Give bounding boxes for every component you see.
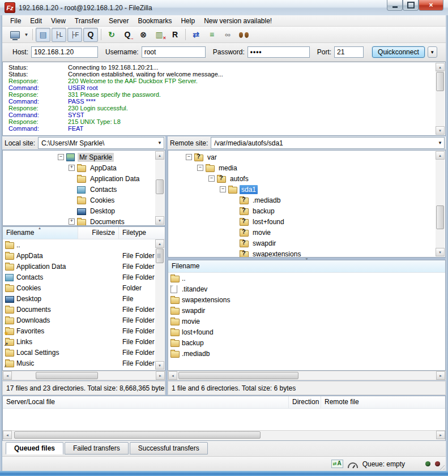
file-row-contacts[interactable]: ContactsFile Folder	[3, 272, 165, 282]
tree-item-cookies[interactable]: Cookies	[3, 195, 165, 205]
remote-site-combobox[interactable]: /var/media/autofs/sda1 ▼	[211, 137, 445, 149]
tab-failed-transfers[interactable]: Failed transfers	[65, 442, 129, 454]
file-row-backup[interactable]: backup	[168, 337, 445, 348]
file-row-lost-found[interactable]: lost+found	[168, 327, 445, 337]
tree-item-sda1[interactable]: −sda1	[168, 184, 445, 195]
chevron-down-icon[interactable]: ▼	[436, 140, 444, 145]
process-queue-button[interactable]: Q→	[120, 28, 135, 42]
file-row-swapdir[interactable]: swapdir	[168, 305, 445, 316]
file-row-documents[interactable]: DocumentsFile Folder	[3, 304, 165, 315]
collapse-icon[interactable]: −	[58, 154, 64, 160]
reconnect-button[interactable]: R	[168, 28, 182, 42]
menu-view[interactable]: View	[46, 16, 70, 26]
remote-tree-scrollbar[interactable]: ▲ ▼	[436, 151, 445, 256]
transfer-type-icon[interactable]: A	[331, 460, 343, 468]
column-header-filetype[interactable]: Filetype	[119, 227, 165, 239]
host-input[interactable]	[31, 46, 98, 58]
file-row-movie[interactable]: movie	[168, 316, 445, 327]
file-row-favorites[interactable]: ★FavoritesFile Folder	[3, 325, 165, 336]
file-row-local-settings[interactable]: Local SettingsFile Folder	[3, 347, 165, 358]
scroll-left-icon[interactable]: ◄	[3, 431, 12, 439]
scroll-up-icon[interactable]: ▲	[155, 151, 164, 160]
scroll-down-icon[interactable]: ▼	[155, 361, 164, 370]
collapse-icon[interactable]: −	[220, 186, 226, 192]
site-manager-dropdown[interactable]: ▼	[23, 28, 30, 41]
scroll-right-icon[interactable]: ►	[156, 371, 165, 380]
scroll-left-icon[interactable]: ◄	[168, 371, 177, 380]
file-row-titandev[interactable]: .titandev	[168, 284, 445, 294]
scroll-down-icon[interactable]: ▼	[436, 248, 445, 256]
close-button[interactable]: ×	[419, 0, 443, 11]
tab-queued-files[interactable]: Queued files	[6, 442, 63, 454]
queue-view-toggle[interactable]: Q	[83, 28, 98, 42]
password-input[interactable]	[248, 46, 310, 58]
scroll-left-icon[interactable]: ◄	[3, 371, 12, 380]
cancel-button[interactable]: ⊗	[136, 28, 151, 42]
quickconnect-button[interactable]: Quickconnect	[372, 46, 425, 58]
file-row-music[interactable]: ♪MusicFile Folder	[3, 358, 165, 368]
collapse-icon[interactable]: −	[186, 154, 192, 160]
menu-server[interactable]: Server	[104, 16, 133, 26]
local-tree-scrollbar[interactable]: ▲ ▼	[155, 151, 164, 225]
scrollbar-thumb[interactable]	[178, 372, 298, 379]
file-row-desktop[interactable]: DesktopFile	[3, 293, 165, 304]
disconnect-button[interactable]: ▥×	[152, 28, 167, 42]
queue-hscrollbar[interactable]: ◄ ►	[3, 430, 445, 440]
scrollbar-thumb[interactable]	[36, 372, 98, 379]
file-row-item[interactable]: ..	[168, 273, 445, 284]
collapse-icon[interactable]: −	[197, 165, 203, 171]
speed-limits-icon[interactable]	[348, 462, 358, 468]
expand-icon[interactable]: +	[69, 165, 75, 171]
tree-item-autofs[interactable]: −?autofs	[168, 173, 445, 184]
tree-item-appdata[interactable]: +AppData	[3, 162, 165, 173]
file-row-appdata[interactable]: AppDataFile Folder	[3, 250, 165, 261]
file-row-cookies[interactable]: CookiesFolder	[3, 282, 165, 293]
tree-item-movie[interactable]: ?movie	[168, 227, 445, 238]
file-search-button[interactable]	[236, 28, 251, 42]
tree-item-var[interactable]: −?var	[168, 152, 445, 162]
column-header-direction[interactable]: Direction	[289, 396, 321, 408]
tree-item-backup[interactable]: ?backup	[168, 205, 445, 216]
scroll-up-icon[interactable]: ▲	[155, 239, 164, 248]
file-row-downloads[interactable]: ↓DownloadsFile Folder	[3, 315, 165, 325]
menu-edit[interactable]: Edit	[25, 16, 46, 26]
file-row-mediadb[interactable]: .mediadb	[168, 348, 445, 359]
remote-treeview-toggle[interactable]: ├F	[67, 28, 82, 42]
column-header-filename[interactable]: ▲ Filename	[3, 227, 78, 239]
scrollbar-thumb[interactable]	[156, 179, 164, 194]
local-list-scrollbar[interactable]: ▲ ▼	[155, 239, 164, 370]
minimize-button[interactable]	[387, 0, 403, 11]
synchronized-browsing-button[interactable]: ≡	[204, 28, 219, 42]
tree-item-desktop[interactable]: Desktop	[3, 205, 165, 216]
quickconnect-dropdown[interactable]: ▼	[428, 46, 437, 58]
directory-filter-button[interactable]: ∞	[220, 28, 235, 42]
tree-item-media[interactable]: −media	[168, 162, 445, 173]
scrollbar-thumb[interactable]	[156, 248, 164, 263]
refresh-button[interactable]: ↻	[104, 28, 119, 42]
column-header-remote-file[interactable]: Remote file	[321, 396, 445, 408]
scroll-up-icon[interactable]: ▲	[436, 151, 445, 160]
file-row-item[interactable]: ..	[3, 239, 165, 250]
tree-item-documents[interactable]: +Documents	[3, 216, 165, 226]
menu-new-version-available[interactable]: New version available!	[199, 16, 276, 26]
port-input[interactable]	[334, 46, 364, 58]
maximize-button[interactable]	[403, 0, 419, 11]
local-site-combobox[interactable]: C:\Users\Mr Sparkle\ ▼	[38, 137, 164, 149]
tree-item-swapdir[interactable]: ?swapdir	[168, 238, 445, 248]
scroll-right-icon[interactable]: ►	[436, 371, 445, 380]
menu-help[interactable]: Help	[176, 16, 199, 26]
remote-list-hscrollbar[interactable]: ◄ ►	[168, 371, 446, 380]
local-list-hscrollbar[interactable]: ◄ ►	[2, 371, 165, 380]
scroll-up-icon[interactable]: ▲	[436, 63, 445, 71]
chevron-down-icon[interactable]: ▼	[156, 140, 164, 145]
scroll-down-icon[interactable]: ▼	[436, 126, 445, 135]
column-header-filesize[interactable]: Filesize	[78, 227, 119, 239]
menu-transfer[interactable]: Transfer	[70, 16, 104, 26]
tree-item-mediadb[interactable]: ?.mediadb	[168, 195, 445, 205]
column-header-server-local-file[interactable]: Server/Local file	[3, 396, 289, 408]
tree-item-application-data[interactable]: Application Data	[3, 173, 165, 184]
scrollbar-thumb[interactable]	[436, 205, 444, 229]
scroll-down-icon[interactable]: ▼	[155, 216, 164, 225]
expand-icon[interactable]: +	[69, 218, 75, 225]
file-row-links[interactable]: ↗LinksFile Folder	[3, 336, 165, 347]
